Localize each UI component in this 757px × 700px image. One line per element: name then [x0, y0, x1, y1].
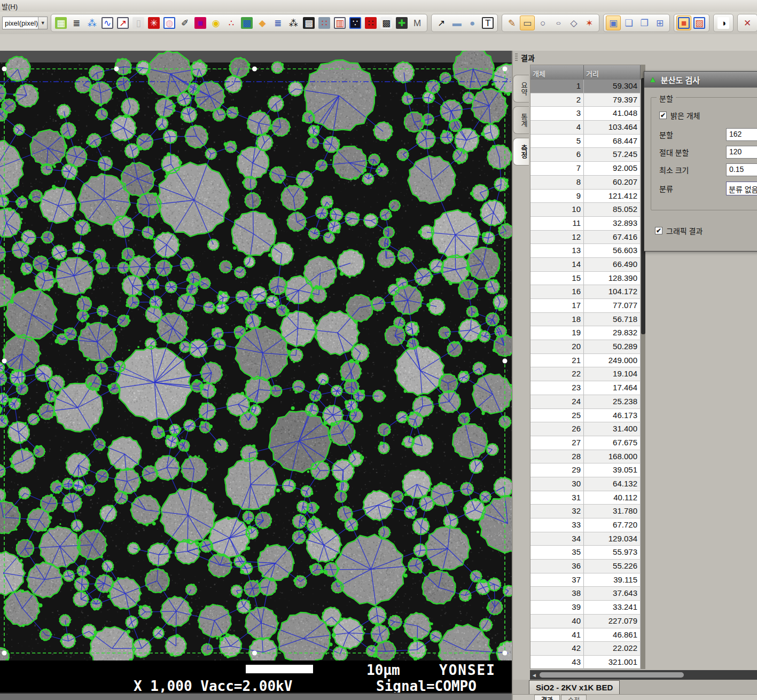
table-row[interactable]: 34129.034 — [530, 532, 641, 546]
diamond-icon[interactable]: ◆ — [255, 15, 270, 30]
table-row[interactable]: 1267.416 — [530, 231, 641, 245]
dialog-title-bar[interactable]: ▲ 분산도 검사 — [644, 72, 757, 88]
red-hatch-icon[interactable]: ▨ — [692, 15, 707, 30]
tile-view-icon[interactable]: ▦ — [53, 15, 68, 30]
layers-icon[interactable]: ≣ — [69, 15, 84, 30]
table-row[interactable]: 279.397 — [530, 93, 641, 107]
table-row[interactable]: 9121.412 — [530, 190, 641, 203]
plus-dots-icon[interactable]: ✚ — [394, 15, 409, 30]
table-row[interactable]: 1085.052 — [530, 203, 641, 217]
table-row[interactable]: 2546.173 — [530, 409, 641, 423]
document-tab[interactable]: SiO2 - 2KV x1K BED — [529, 680, 620, 694]
table-row[interactable]: 2050.289 — [530, 340, 641, 354]
table-row[interactable]: 3555.973 — [530, 546, 641, 560]
drag-grip-icon[interactable] — [515, 53, 518, 62]
squares-overlap-icon[interactable]: ❏ — [621, 15, 636, 30]
scrollbar-thumb[interactable] — [540, 672, 684, 678]
table-row[interactable]: 3231.780 — [530, 505, 641, 518]
rect-tool-icon[interactable]: ▭ — [520, 15, 535, 30]
menu-help[interactable]: 발(H) — [2, 1, 18, 11]
ellipse-tool-icon[interactable]: ○ — [551, 15, 566, 30]
squares-nested-icon[interactable]: ⊞ — [652, 15, 667, 30]
table-row[interactable]: 15128.390 — [530, 272, 641, 286]
polygon-tool-icon[interactable]: ◇ — [566, 15, 581, 30]
dots-black-icon[interactable]: ∵ — [348, 15, 363, 30]
square-select-icon[interactable]: ▣ — [606, 15, 621, 30]
table-row[interactable]: 4222.022 — [530, 642, 641, 656]
line-chart-icon[interactable]: ↗ — [115, 15, 130, 30]
split-view-icon[interactable]: ▯ — [131, 15, 146, 30]
table-row[interactable]: 4146.861 — [530, 628, 641, 642]
table-row[interactable]: 2767.675 — [530, 436, 641, 450]
table-row[interactable]: 3140.112 — [530, 491, 641, 505]
table-row[interactable]: 2317.464 — [530, 381, 641, 395]
textbox-icon[interactable]: T — [480, 15, 495, 30]
graphic-results-checkbox[interactable]: ✔ 그래픽 결과 — [655, 225, 703, 236]
table-row[interactable]: 341.048 — [530, 107, 641, 121]
gradient-square-icon[interactable]: ■ — [193, 15, 208, 30]
asterisk-filter-icon[interactable]: ✳ — [146, 15, 161, 30]
side-tab-3[interactable]: 측정 — [513, 138, 529, 166]
magic-wand-icon[interactable]: ✶ — [582, 15, 597, 30]
table-row[interactable]: 3064.132 — [530, 477, 641, 491]
table-row[interactable]: 28168.000 — [530, 450, 641, 464]
bright-objects-checkbox[interactable]: ✔ 밝은 개체 — [659, 110, 700, 121]
blob-texture-icon[interactable]: ▩ — [379, 15, 394, 30]
table-row[interactable]: 40227.079 — [530, 615, 641, 628]
bottom-tab-1[interactable]: 결과 — [534, 695, 560, 700]
contrast-circle-icon[interactable]: ◑ — [716, 15, 731, 30]
table-row[interactable]: 2939.051 — [530, 463, 641, 477]
delete-x-icon[interactable]: ✕ — [740, 15, 755, 30]
table-row[interactable]: 2631.400 — [530, 422, 641, 436]
table-horizontal-scrollbar[interactable]: ◄ — [530, 670, 757, 680]
line-tool-icon[interactable]: ↗ — [434, 15, 449, 30]
table-row[interactable]: 568.447 — [530, 135, 641, 148]
spray-icon[interactable]: ✐ — [177, 15, 192, 30]
table-row[interactable]: 1466.490 — [530, 258, 641, 272]
table-row[interactable]: 2425.238 — [530, 395, 641, 409]
table-row[interactable]: 3933.241 — [530, 601, 641, 615]
unit-dropdown[interactable]: pixel(pixel) ▼ — [2, 17, 48, 29]
table-row[interactable]: 159.304 — [530, 80, 641, 93]
cell-texture-icon[interactable]: ▩ — [301, 15, 316, 30]
side-tab-1[interactable]: 요약 — [513, 75, 529, 103]
table-row[interactable]: 1929.832 — [530, 326, 641, 340]
squares-corner-icon[interactable]: ❐ — [637, 15, 652, 30]
side-tab-2[interactable]: 통계 — [513, 106, 529, 134]
min-size-input[interactable]: 0.15 — [726, 163, 757, 176]
picker-icon[interactable]: ◉ — [208, 15, 223, 30]
table-row[interactable]: 21249.000 — [530, 354, 641, 368]
sem-canvas[interactable] — [0, 51, 512, 660]
scatter-cells-icon[interactable]: ∴ — [224, 15, 239, 30]
bottom-tab-2[interactable]: 수정 — [561, 695, 587, 700]
absolute-division-input[interactable]: 120 — [726, 146, 757, 159]
dots-red-icon[interactable]: ∷ — [363, 15, 378, 30]
table-row[interactable]: 1356.603 — [530, 244, 641, 258]
scroll-left-arrow-icon[interactable]: ◄ — [530, 672, 539, 678]
table-row[interactable]: 1777.077 — [530, 299, 641, 313]
curve-chart-icon[interactable]: ∿ — [100, 15, 115, 30]
edit-pencil-icon[interactable]: ✎ — [504, 15, 519, 30]
table-row[interactable]: 1856.718 — [530, 313, 641, 327]
table-row[interactable]: 657.245 — [530, 148, 641, 162]
measure-m-icon[interactable]: M — [410, 15, 425, 30]
table-row[interactable]: 1132.893 — [530, 217, 641, 231]
chevron-down-icon[interactable]: ▼ — [38, 17, 47, 29]
layers-blue-icon[interactable]: ≣ — [270, 15, 285, 30]
column-header-object[interactable]: 개체 — [530, 65, 584, 80]
particle-arrows-icon[interactable]: ⁂ — [286, 15, 301, 30]
circle-tool-icon[interactable]: ○ — [535, 15, 550, 30]
circle-filled-icon[interactable]: ● — [465, 15, 480, 30]
table-row[interactable]: 3837.643 — [530, 587, 641, 601]
table-row[interactable]: 4103.464 — [530, 121, 641, 135]
dot-grid-icon[interactable]: ∷ — [317, 15, 332, 30]
table-row[interactable]: 860.207 — [530, 176, 641, 190]
table-row[interactable]: 792.005 — [530, 162, 641, 176]
image-map-icon[interactable]: ▩ — [239, 15, 254, 30]
table-row[interactable]: 16104.172 — [530, 285, 641, 299]
table-row[interactable]: 3739.115 — [530, 573, 641, 587]
hatch-circle-icon[interactable]: ◍ — [162, 15, 177, 30]
table-row[interactable]: 3655.226 — [530, 560, 641, 573]
spheres-icon[interactable]: ⁂ — [84, 15, 99, 30]
table-row[interactable]: 43321.001 — [530, 656, 641, 670]
